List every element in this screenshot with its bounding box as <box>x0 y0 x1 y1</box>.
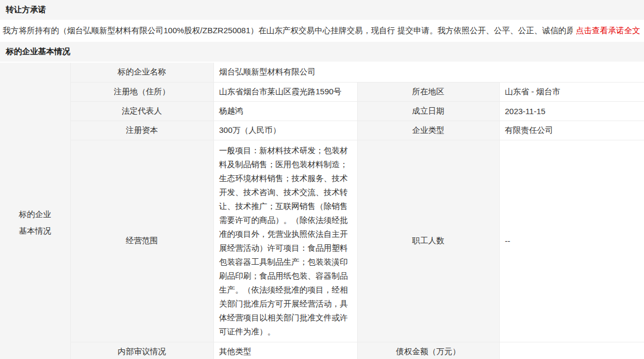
section-title-text: 标的企业基本情况 <box>6 47 70 57</box>
registered-address-value: 山东省烟台市莱山区霞光路1590号 <box>213 82 357 101</box>
region-value: 山东省 - 烟台市 <box>499 82 644 101</box>
internal-review-label: 内部审议情况 <box>70 342 213 359</box>
section-title-enterprise-info: 标的企业基本情况 <box>0 42 644 62</box>
region-label: 所在地区 <box>357 82 499 101</box>
debt-amount-value <box>499 342 644 359</box>
enterprise-type-label: 企业类型 <box>357 121 499 140</box>
commitment-paragraph: 我方将所持有的（烟台弘顺新型材料有限公司100%股权/ZBZR250081）在山… <box>0 20 644 42</box>
registered-capital-label: 注册资本 <box>70 121 213 140</box>
internal-review-value: 其他类型 <box>213 342 357 359</box>
enterprise-info-table: 标的企业 基本情况 标的企业名称 烟台弘顺新型材料有限公司 注册地（住所） 山东… <box>0 63 644 359</box>
establishment-date-label: 成立日期 <box>357 101 499 121</box>
table-row-business-scope: 经营范围 一般项目：新材料技术研发；包装材料及制品销售；医用包装材料制造；生态环… <box>0 140 644 342</box>
registered-address-label: 注册地（住所） <box>70 82 213 101</box>
view-full-commitment-link[interactable]: 点击查看承诺全文 <box>576 26 640 36</box>
debt-amount-label: 债权金额（万元） <box>357 342 499 359</box>
row-group-label-line2: 基本情况 <box>1 222 70 239</box>
employee-count-label: 职工人数 <box>357 140 499 342</box>
business-scope-value: 一般项目：新材料技术研发；包装材料及制品销售；医用包装材料制造；生态环境材料销售… <box>213 140 357 342</box>
table-row-registered-address: 注册地（住所） 山东省烟台市莱山区霞光路1590号 所在地区 山东省 - 烟台市 <box>0 82 644 101</box>
registered-capital-value: 300万（人民币） <box>213 121 357 140</box>
employee-count-value: -- <box>499 140 644 342</box>
row-group-label: 标的企业 基本情况 <box>0 63 70 359</box>
legal-representative-label: 法定代表人 <box>70 101 213 121</box>
table-row-registered-capital: 注册资本 300万（人民币） 企业类型 有限责任公司 <box>0 121 644 140</box>
section-title-text: 转让方承诺 <box>6 5 46 15</box>
table-row-internal-review: 内部审议情况 其他类型 债权金额（万元） <box>0 342 644 359</box>
enterprise-type-value: 有限责任公司 <box>499 121 644 140</box>
table-row-company-name: 标的企业 基本情况 标的企业名称 烟台弘顺新型材料有限公司 <box>0 63 644 82</box>
establishment-date-value: 2023-11-15 <box>499 101 644 121</box>
company-name-label: 标的企业名称 <box>70 63 213 82</box>
company-name-value: 烟台弘顺新型材料有限公司 <box>213 63 644 82</box>
section-title-transferor-commitment: 转让方承诺 <box>0 0 644 20</box>
commitment-text: 我方将所持有的（烟台弘顺新型材料有限公司100%股权/ZBZR250081）在山… <box>3 26 573 36</box>
table-row-legal-representative: 法定代表人 杨越鸿 成立日期 2023-11-15 <box>0 101 644 121</box>
row-group-label-line1: 标的企业 <box>1 206 70 222</box>
business-scope-label: 经营范围 <box>70 140 213 342</box>
legal-representative-value: 杨越鸿 <box>213 101 357 121</box>
